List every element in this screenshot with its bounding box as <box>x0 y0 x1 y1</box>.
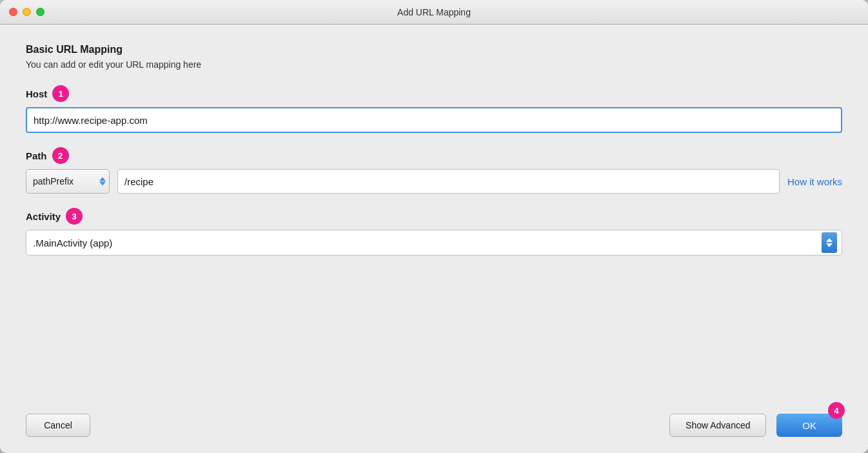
how-it-works-link[interactable]: How it works <box>787 176 842 187</box>
button-row: Cancel Show Advanced 4 OK <box>26 407 842 437</box>
window-title: Add URL Mapping <box>397 7 471 17</box>
maximize-button[interactable] <box>36 8 44 16</box>
path-label-row: Path 2 <box>26 147 842 164</box>
host-label: Host <box>26 88 47 99</box>
ok-wrapper: 4 OK <box>776 414 842 437</box>
dialog-window: Add URL Mapping Basic URL Mapping You ca… <box>0 0 868 453</box>
close-button[interactable] <box>9 8 17 16</box>
host-input[interactable] <box>26 107 842 133</box>
ok-badge: 4 <box>828 402 845 419</box>
path-input[interactable] <box>117 169 780 194</box>
dialog-content: Basic URL Mapping You can add or edit yo… <box>0 25 868 453</box>
host-label-row: Host 1 <box>26 85 842 102</box>
minimize-button[interactable] <box>23 8 31 16</box>
title-bar: Add URL Mapping <box>0 0 868 25</box>
activity-select-wrapper: .MainActivity (app) <box>26 230 842 256</box>
cancel-button[interactable]: Cancel <box>26 414 90 437</box>
path-label: Path <box>26 150 47 161</box>
activity-label-row: Activity 3 <box>26 208 842 225</box>
right-buttons: Show Advanced 4 OK <box>669 414 842 437</box>
show-advanced-button[interactable]: Show Advanced <box>669 414 766 437</box>
section-title: Basic URL Mapping <box>26 44 842 55</box>
path-row: pathPrefix pathPattern pathLiteral How i… <box>26 169 842 194</box>
activity-select[interactable]: .MainActivity (app) <box>26 230 842 256</box>
activity-label: Activity <box>26 211 61 222</box>
section-subtitle: You can add or edit your URL mapping her… <box>26 59 842 70</box>
host-badge: 1 <box>52 85 69 102</box>
path-select-wrapper: pathPrefix pathPattern pathLiteral <box>26 169 110 194</box>
path-type-select[interactable]: pathPrefix pathPattern pathLiteral <box>26 169 110 194</box>
traffic-lights <box>9 8 44 16</box>
activity-badge: 3 <box>66 208 83 225</box>
path-badge: 2 <box>52 147 69 164</box>
